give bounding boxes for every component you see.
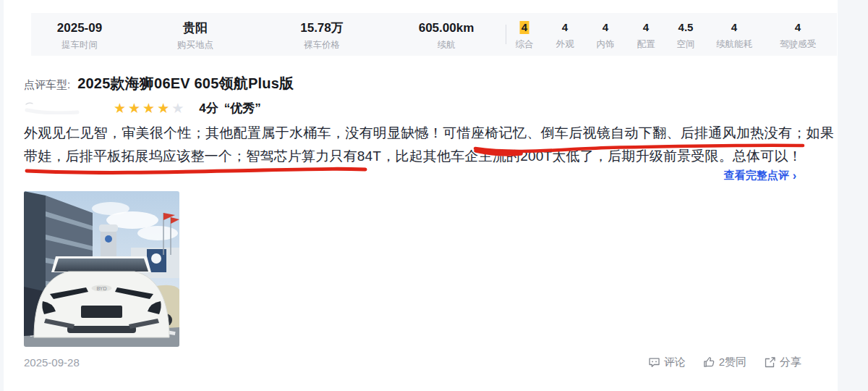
stat-value: 2025-09 — [57, 21, 102, 35]
stat-label: 裸车价格 — [300, 40, 344, 50]
star-icon: ★ — [142, 101, 155, 115]
rating-label: 空间 — [677, 39, 695, 49]
score-text: 4分 — [199, 100, 218, 117]
rating-score: 4 — [601, 21, 610, 34]
share-button[interactable]: 分享 — [764, 356, 801, 369]
stat-pickup-time: 2025-09 提车时间 — [57, 21, 102, 50]
annotation-underline-2 — [27, 169, 365, 172]
star-icon: ★ — [114, 101, 126, 115]
rating-label: 续航能耗 — [716, 39, 752, 49]
rating-overall: 4 综合 — [516, 21, 534, 49]
star-row: ★★★★★ — [114, 101, 186, 115]
thumbs-up-icon — [703, 356, 715, 369]
rating-exterior: 4 外观 — [556, 21, 574, 49]
action-bar: 评论 2赞同 分享 — [631, 356, 801, 369]
car-photo-illustration: BYD — [24, 191, 179, 347]
rating-energy: 4 续航能耗 — [716, 21, 752, 49]
stat-value: 605.00km — [419, 21, 475, 35]
redacted-text — [24, 101, 85, 114]
stat-range: 605.00km 续航 — [419, 21, 475, 50]
model-label: 点评车型: — [24, 78, 70, 92]
view-full-review-link[interactable]: 查看完整点评 › — [724, 169, 796, 182]
stat-bar: 2025-09 提车时间 贵阳 购买地点 15.78万 裸车价格 605.00k… — [31, 13, 837, 56]
rating-config: 4 配置 — [637, 21, 655, 49]
rating-label: 驾驶感受 — [780, 39, 816, 49]
review-photo[interactable]: BYD — [24, 191, 179, 347]
rating-label: 外观 — [556, 39, 574, 49]
rating-interior: 4 内饰 — [597, 21, 615, 49]
star-icon: ★ — [171, 101, 184, 115]
rating-score: 4 — [642, 21, 650, 34]
share-label: 分享 — [780, 356, 801, 369]
rating-label: 配置 — [637, 39, 655, 49]
rating-label: 内饰 — [597, 39, 615, 49]
comment-icon — [648, 356, 660, 369]
stat-bare-price: 15.78万 裸车价格 — [300, 21, 344, 50]
grade-text: “优秀” — [224, 100, 261, 117]
rating-score: 4 — [520, 21, 529, 34]
stat-label: 提车时间 — [57, 40, 102, 50]
rating-score: 4 — [730, 21, 739, 34]
stat-purchase-place: 贵阳 购买地点 — [177, 21, 213, 50]
rating-driving: 4 驾驶感受 — [780, 21, 816, 49]
stat-value: 贵阳 — [177, 21, 213, 35]
stat-label: 续航 — [419, 40, 475, 50]
stat-label: 购买地点 — [177, 40, 213, 50]
rating-space: 4.5 空间 — [677, 21, 695, 49]
model-name: 2025款海狮06EV 605领航Plus版 — [77, 74, 294, 93]
chevron-right-icon: › — [793, 169, 796, 182]
stat-value: 15.78万 — [300, 21, 344, 35]
upvote-label: 2赞同 — [719, 356, 746, 369]
upvote-button[interactable]: 2赞同 — [703, 356, 746, 369]
review-date: 2025-09-28 — [24, 356, 80, 369]
comment-label: 评论 — [664, 356, 686, 369]
star-icon: ★ — [128, 101, 140, 115]
rating-summary-row: ★★★★★ 4分 “优秀” — [24, 100, 261, 116]
view-full-label: 查看完整点评 — [724, 169, 789, 182]
divider — [506, 25, 506, 44]
rating-label: 综合 — [516, 39, 534, 49]
review-card: 2025-09 提车时间 贵阳 购买地点 15.78万 裸车价格 605.00k… — [4, 0, 838, 391]
rating-score: 4 — [561, 21, 569, 34]
svg-text:BYD: BYD — [96, 286, 106, 292]
rating-score: 4 — [793, 21, 802, 34]
model-row: 点评车型: 2025款海狮06EV 605领航Plus版 — [24, 74, 294, 93]
share-icon — [764, 356, 776, 369]
review-text: 外观见仁见智，审美很个性；其他配置属于水桶车，没有明显缺憾！可惜座椅记忆、倒车后… — [24, 122, 834, 168]
star-icon: ★ — [157, 101, 169, 115]
comment-button[interactable]: 评论 — [648, 356, 686, 369]
rating-score: 4.5 — [677, 21, 695, 34]
